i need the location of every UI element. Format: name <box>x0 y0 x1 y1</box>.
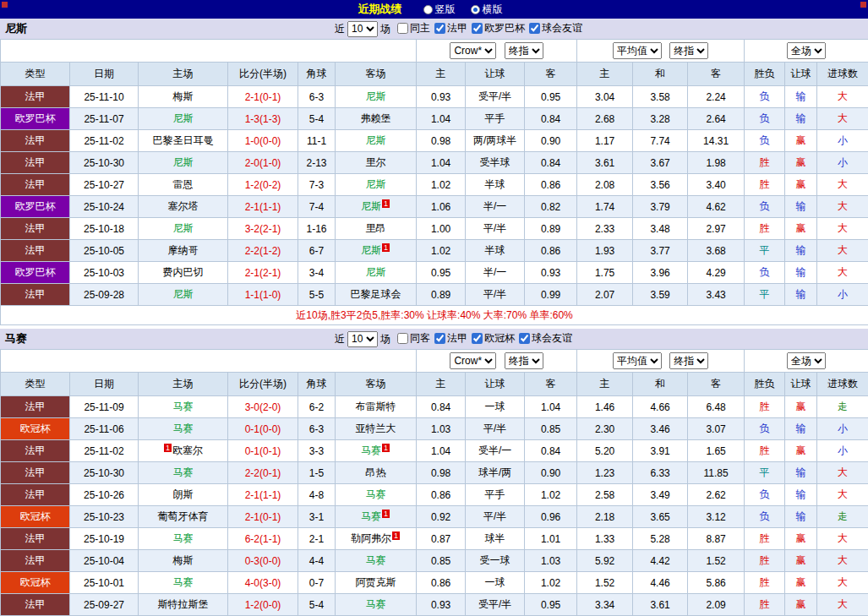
avg-mode-select[interactable]: 终指 <box>669 352 708 369</box>
date-cell: 25-10-24 <box>70 196 139 218</box>
avg-draw-odds-cell: 3.96 <box>633 262 688 284</box>
bookmaker-select[interactable]: Crow* <box>450 352 496 369</box>
filter-option[interactable]: 欧罗巴杯 <box>472 21 525 35</box>
handicap-result-cell: 赢 <box>785 528 817 550</box>
match-row: 法甲25-09-28尼斯1-1(1-0)5-5巴黎足球会0.89平/半0.992… <box>1 284 868 306</box>
filter-option[interactable]: 欧冠杯 <box>472 331 515 346</box>
filter-option[interactable]: 同主 <box>397 21 430 35</box>
handicap-away-odds-cell: 1.02 <box>525 484 577 506</box>
column-header: 客 <box>688 63 745 86</box>
column-header: 客 <box>525 63 577 86</box>
score-cell: 2-2(0-1) <box>228 462 298 484</box>
avg-select-cell: 平均值 终指 <box>577 350 745 373</box>
corner-decoration-icon <box>860 2 866 8</box>
team-label: 梅斯 <box>173 554 194 566</box>
competition-cell: 法甲 <box>1 484 70 506</box>
match-count-select[interactable]: 10 <box>347 21 378 37</box>
competition-cell: 欧罗巴杯 <box>1 262 70 284</box>
filter-option[interactable]: 球会友谊 <box>519 331 572 346</box>
handicap-line-cell: 半球 <box>466 174 525 196</box>
filter-option[interactable]: 同客 <box>397 331 430 346</box>
match-row: 欧冠杯25-10-01马赛4-0(3-0)0-7阿贾克斯0.86一球1.021.… <box>1 572 868 594</box>
layout-radio-horizontal[interactable]: 横版 <box>471 3 503 17</box>
away-team-cell: 尼斯 <box>336 86 417 108</box>
bookmaker-mode-select[interactable]: 终指 <box>505 352 543 369</box>
avg-draw-odds-cell: 7.74 <box>633 130 688 152</box>
competition-cell: 法甲 <box>1 440 70 462</box>
scope-select[interactable]: 全场 <box>787 42 826 59</box>
avg-draw-odds-cell: 3.59 <box>633 284 688 306</box>
scope-select-cell: 全场 <box>745 40 868 63</box>
bookmaker-mode-select[interactable]: 终指 <box>505 42 543 59</box>
column-header-row: 类型日期主场比分(半场)角球客场主让球客主和客胜负让球进球数 <box>1 63 868 86</box>
column-header: 角球 <box>298 63 336 86</box>
filter-suffix-label: 场 <box>380 22 390 36</box>
date-cell: 25-10-30 <box>70 462 139 484</box>
rows-body: 法甲25-11-10梅斯2-1(0-1)6-3尼斯0.93受平/半0.953.0… <box>1 86 868 306</box>
avg-mode-select[interactable]: 终指 <box>669 42 708 59</box>
filter-checkbox[interactable] <box>434 23 445 34</box>
bookmaker-select[interactable]: Crow* <box>450 42 496 59</box>
avg-away-odds-cell: 2.64 <box>688 108 745 130</box>
score-cell: 0-3(0-0) <box>228 550 298 572</box>
avg-home-odds-cell: 2.18 <box>577 506 633 528</box>
handicap-line-cell: 两/两球半 <box>466 130 525 152</box>
scope-select[interactable]: 全场 <box>787 352 826 369</box>
filter-checkbox[interactable] <box>434 333 445 344</box>
avg-draw-odds-cell: 3.61 <box>633 594 688 616</box>
corner-decoration-icon <box>2 2 8 8</box>
home-team-cell: 梅斯 <box>139 550 228 572</box>
handicap-result-cell: 赢 <box>785 152 817 174</box>
filter-checkbox[interactable] <box>529 23 540 34</box>
avg-odds-select[interactable]: 平均值 <box>613 42 662 59</box>
avg-away-odds-cell: 3.68 <box>688 240 745 262</box>
match-row: 法甲25-11-10梅斯2-1(0-1)6-3尼斯0.93受平/半0.953.0… <box>1 86 868 108</box>
away-team-cell: 亚特兰大 <box>336 418 417 440</box>
layout-radio-vertical[interactable]: 竖版 <box>423 3 456 17</box>
competition-cell: 欧罗巴杯 <box>1 108 70 130</box>
avg-home-odds-cell: 2.30 <box>577 418 633 440</box>
team-label: 尼斯 <box>366 90 386 102</box>
score-cell: 0-1(0-0) <box>228 418 298 440</box>
competition-cell: 法甲 <box>1 86 70 108</box>
date-cell: 25-10-18 <box>70 218 139 240</box>
match-row: 欧冠杯25-10-23葡萄牙体育2-1(0-1)3-1马赛10.92平/半0.9… <box>1 506 868 528</box>
goals-cell: 大 <box>817 218 868 240</box>
date-cell: 25-10-03 <box>70 262 139 284</box>
filter-checkbox[interactable] <box>397 333 408 344</box>
avg-home-odds-cell: 3.34 <box>577 594 633 616</box>
home-team-cell: 尼斯 <box>139 284 228 306</box>
column-header: 主 <box>417 63 466 86</box>
avg-draw-odds-cell: 3.58 <box>633 86 688 108</box>
filter-option[interactable]: 球会友谊 <box>529 21 582 35</box>
match-count-select[interactable]: 10 <box>347 331 378 347</box>
date-cell: 25-11-06 <box>70 418 139 440</box>
result-cell: 负 <box>745 262 785 284</box>
filter-option[interactable]: 法甲 <box>434 331 467 346</box>
team-label: 摩纳哥 <box>168 244 199 256</box>
filter-checkbox[interactable] <box>472 333 483 344</box>
handicap-away-odds-cell: 1.01 <box>525 528 577 550</box>
avg-odds-select[interactable]: 平均值 <box>613 352 662 369</box>
filter-checkbox-label: 欧罗巴杯 <box>484 21 525 35</box>
handicap-away-odds-cell: 0.96 <box>525 506 577 528</box>
avg-away-odds-cell: 2.24 <box>688 86 745 108</box>
handicap-result-cell: 赢 <box>785 440 817 462</box>
avg-away-odds-cell: 3.43 <box>688 284 745 306</box>
date-cell: 25-09-28 <box>70 284 139 306</box>
score-cell: 2-1(2-1) <box>228 262 298 284</box>
filter-checkbox[interactable] <box>472 23 483 34</box>
filter-checkbox[interactable] <box>397 23 408 34</box>
away-team-cell: 马赛 <box>336 550 417 572</box>
match-row: 法甲25-11-09马赛3-0(2-0)6-2布雷斯特0.84一球1.041.4… <box>1 396 868 418</box>
handicap-home-odds-cell: 1.04 <box>417 108 466 130</box>
home-team-cell: 马赛 <box>139 528 228 550</box>
filter-checkbox[interactable] <box>519 333 530 344</box>
filter-option[interactable]: 法甲 <box>434 21 467 35</box>
handicap-result-cell: 赢 <box>785 396 817 418</box>
filter-checkboxes: 同主法甲欧罗巴杯球会友谊 <box>393 21 582 36</box>
page-title: 近期战绩 <box>358 2 402 17</box>
results-table: Crow* 终指 平均值 终指 全场 类型日期主场比分(半场)角球客场主让球客主… <box>0 39 868 325</box>
away-team-cell: 布雷斯特 <box>336 396 417 418</box>
corner-cell: 4-8 <box>298 484 336 506</box>
